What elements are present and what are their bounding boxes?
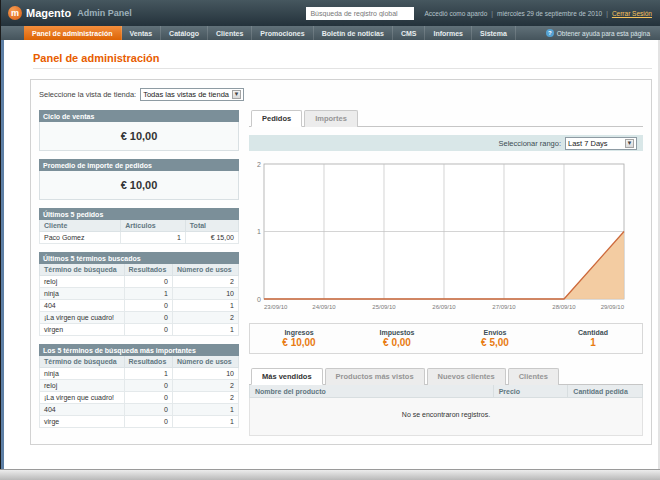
column-header: Número de usos	[172, 356, 238, 368]
widget-title: Promedio de importe de pedidos	[39, 159, 239, 171]
range-label: Seleccionar rango:	[498, 139, 561, 148]
nav-item-informes[interactable]: Informes	[425, 26, 472, 40]
stat-value: € 0,00	[348, 337, 446, 348]
svg-text:29/09/10: 29/09/10	[601, 304, 625, 310]
table-header-row: Término de búsqueda Resultados Número de…	[40, 356, 239, 368]
cell: 404	[40, 404, 125, 416]
stat-label: Envíos	[446, 329, 544, 336]
cell: 0	[124, 300, 172, 312]
column-header: Nombre del producto	[250, 385, 494, 398]
cell: 1	[124, 368, 172, 380]
browser-bottom-bar	[0, 469, 660, 480]
tab-productos-mas-vistos[interactable]: Productos más vistos	[325, 368, 425, 385]
store-view-select[interactable]: Todas las vistas de tienda ▼	[140, 88, 244, 101]
store-view-value: Todas las vistas de tienda	[143, 90, 229, 99]
cell: 0	[124, 276, 172, 288]
column-header: Cantidad pedida	[568, 385, 643, 398]
column-header: Término de búsqueda	[40, 356, 125, 368]
nav-item-dashboard[interactable]: Panel de administración	[24, 26, 122, 40]
nav-item-clientes[interactable]: Clientes	[208, 26, 252, 40]
tab-importes[interactable]: Importes	[304, 110, 358, 127]
header-meta: Accedió como apardo | miércoles 29 de se…	[424, 10, 652, 17]
nav-item-catalogo[interactable]: Catálogo	[161, 26, 208, 40]
svg-text:27/09/10: 27/09/10	[492, 304, 516, 310]
logged-in-as: Accedió como apardo	[424, 10, 487, 17]
magento-logo-icon: m	[8, 6, 22, 20]
table-row[interactable]: reloj 0 2	[40, 380, 239, 392]
stat-cantidad: Cantidad 1	[544, 329, 642, 348]
orders-chart-wrap: 01223/09/1024/09/1025/09/1026/09/1027/09…	[249, 159, 643, 315]
stat-value: € 10,00	[250, 337, 348, 348]
svg-text:0: 0	[257, 296, 261, 303]
tab-pedidos[interactable]: Pedidos	[251, 110, 302, 127]
help-link[interactable]: ? Obtener ayuda para esta página	[546, 26, 660, 40]
stat-impuestos: Impuestos € 0,00	[348, 329, 446, 348]
totals-box: Ingresos € 10,00 Impuestos € 0,00 Envíos…	[249, 323, 643, 354]
cell: ¡La virgen que cuadro!	[40, 312, 125, 324]
orders-area-chart: 01223/09/1024/09/1025/09/1026/09/1027/09…	[249, 159, 627, 311]
cell: 0	[124, 416, 172, 428]
nav-item-promociones[interactable]: Promociones	[252, 26, 313, 40]
cell: € 15,00	[185, 232, 238, 244]
page-title: Panel de administración	[33, 52, 652, 69]
cell: ninja	[40, 288, 125, 300]
column-header: Número de usos	[172, 264, 238, 276]
nav-item-boletin[interactable]: Boletín de noticias	[314, 26, 393, 40]
svg-text:24/09/10: 24/09/10	[312, 304, 336, 310]
svg-text:26/09/10: 26/09/10	[432, 304, 456, 310]
table-row[interactable]: ¡La virgen que cuadro! 0 2	[40, 312, 239, 324]
nav-item-sistema[interactable]: Sistema	[472, 26, 516, 40]
table-row[interactable]: reloj 0 2	[40, 276, 239, 288]
widget-title: Los 5 términos de búsqueda más important…	[39, 344, 239, 356]
tab-mas-vendidos[interactable]: Más vendidos	[251, 368, 323, 385]
table-row[interactable]: ninja 1 10	[40, 288, 239, 300]
sales-cycle-widget: Ciclo de ventas € 10,00	[39, 110, 239, 151]
widget-title: Ciclo de ventas	[39, 110, 239, 122]
tab-clientes[interactable]: Clientes	[508, 368, 559, 385]
svg-text:1: 1	[257, 228, 261, 235]
chevron-down-icon: ▼	[625, 139, 634, 148]
column-header: Precio	[493, 385, 568, 398]
store-view-label: Seleccione la vista de tienda:	[39, 90, 136, 99]
widget-title: Últimos 5 pedidos	[39, 208, 239, 220]
table-header-row: Nombre del producto Precio Cantidad pedi…	[250, 385, 643, 398]
store-view-row: Seleccione la vista de tienda: Todas las…	[39, 88, 643, 101]
svg-text:2: 2	[257, 161, 261, 168]
dashboard-container: Seleccione la vista de tienda: Todas las…	[30, 79, 652, 445]
table-row[interactable]: virge 0 1	[40, 416, 239, 428]
cell: 404	[40, 300, 125, 312]
bestsellers-table: Nombre del producto Precio Cantidad pedi…	[249, 385, 643, 436]
sales-cycle-value: € 10,00	[39, 122, 239, 151]
cell: 1	[172, 404, 238, 416]
dashboard-left-column: Ciclo de ventas € 10,00 Promedio de impo…	[39, 110, 239, 436]
table-row[interactable]: ninja 1 10	[40, 368, 239, 380]
table-header-row: Cliente Artículos Total	[40, 220, 239, 232]
table-row[interactable]: 404 0 1	[40, 300, 239, 312]
table-row[interactable]: Paco Gomez 1 € 15,00	[40, 232, 239, 244]
dashboard-right-panel: Pedidos Importes Seleccionar rango: Last…	[249, 110, 643, 436]
avg-order-value: € 10,00	[39, 171, 239, 200]
tab-nuevos-clientes[interactable]: Nuevos clientes	[427, 368, 506, 385]
stat-label: Impuestos	[348, 329, 446, 336]
table-row[interactable]: virgen 0 1	[40, 324, 239, 336]
stat-value: € 5,00	[446, 337, 544, 348]
range-select[interactable]: Last 7 Days ▼	[565, 137, 637, 150]
help-icon: ?	[546, 29, 554, 37]
magento-admin-window: m Magento Admin Panel Accedió como apard…	[0, 0, 660, 480]
stat-ingresos: Ingresos € 10,00	[250, 329, 348, 348]
cell: 0	[124, 312, 172, 324]
avg-order-widget: Promedio de importe de pedidos € 10,00	[39, 159, 239, 200]
cell: 1	[172, 416, 238, 428]
cell: ¡La virgen que cuadro!	[40, 392, 125, 404]
nav-item-cms[interactable]: CMS	[393, 26, 426, 40]
last-orders-table: Cliente Artículos Total Paco Gomez 1 € 1…	[39, 220, 239, 244]
table-row[interactable]: ¡La virgen que cuadro! 0 2	[40, 392, 239, 404]
table-row[interactable]: 404 0 1	[40, 404, 239, 416]
global-search-input[interactable]	[306, 7, 414, 20]
logout-link[interactable]: Cerrar Sesión	[612, 10, 652, 17]
nav-item-ventas[interactable]: Ventas	[122, 26, 162, 40]
admin-header: m Magento Admin Panel Accedió como apard…	[0, 0, 660, 26]
svg-text:25/09/10: 25/09/10	[372, 304, 396, 310]
magento-logo: m Magento Admin Panel	[8, 6, 132, 20]
cell: 1	[124, 288, 172, 300]
